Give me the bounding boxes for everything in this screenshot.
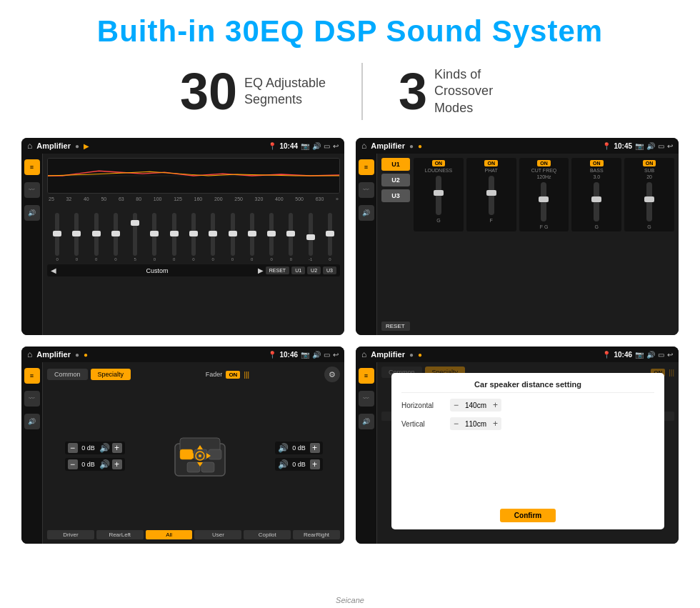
db-plus-tr[interactable]: +	[310, 443, 320, 453]
screens-grid: ⌂ Amplifier ● ▶ 📍 10:44 📷 🔊 ▭ ↩ ≡ 〰 🔊	[21, 138, 679, 544]
db-minus-bl[interactable]: −	[68, 459, 78, 469]
distance-dialog: Car speaker distance setting Horizontal …	[391, 373, 664, 529]
settings-icon[interactable]: ⚙	[324, 367, 340, 382]
screen3-home-icon[interactable]: ⌂	[27, 349, 32, 359]
eq-freq-25: 25	[49, 196, 54, 201]
stat1-label: EQ AdjustableSegments	[244, 75, 326, 109]
db-control-top-left: − 0 dB 🔊 +	[65, 442, 125, 454]
screen2-title: Amplifier	[371, 141, 405, 150]
horizontal-value: 140cm	[461, 402, 490, 409]
copilot-preset-btn[interactable]: Copilot	[244, 530, 291, 539]
sidebar3-wave-icon[interactable]: 〰	[24, 391, 40, 407]
horizontal-plus-btn[interactable]: +	[493, 400, 498, 410]
eq-u2-btn[interactable]: U2	[307, 266, 321, 274]
u2-btn[interactable]: U2	[381, 174, 410, 186]
eq-freq-125: 125	[174, 196, 182, 201]
horizontal-minus-btn[interactable]: −	[454, 400, 459, 410]
eq-curve-display	[47, 158, 340, 194]
screen3-dot2-icon: ●	[84, 351, 88, 359]
u3-btn[interactable]: U3	[381, 189, 410, 202]
pin-icon: 📍	[268, 142, 276, 150]
eq-slider-13: 0	[282, 213, 299, 261]
sidebar4-wave-icon[interactable]: 〰	[359, 391, 374, 407]
crossover-reset-btn[interactable]: RESET	[381, 322, 410, 331]
screen3-statusbar: ⌂ Amplifier ● ● 📍 10:46 📷 🔊 ▭ ↩	[21, 347, 344, 362]
specialty-tab[interactable]: Specialty	[91, 369, 131, 380]
eq-u1-btn[interactable]: U1	[291, 266, 305, 274]
ch-phat-slider[interactable]	[489, 176, 494, 215]
eq-freq-250: 250	[234, 196, 243, 201]
back4-icon[interactable]: ↩	[667, 351, 673, 359]
ch-sub-on[interactable]: ON	[643, 160, 656, 166]
ch-loudness-slider[interactable]	[436, 176, 441, 215]
ch-loudness-on[interactable]: ON	[432, 160, 446, 166]
ch-loudness-g-label: G	[436, 218, 440, 223]
stat1-number: 30	[180, 66, 237, 117]
main-title: Buith-in 30EQ DSP Sound System	[21, 14, 679, 49]
ch-phat-on[interactable]: ON	[484, 160, 498, 166]
fader-on-badge[interactable]: ON	[226, 371, 240, 379]
screen1-home-icon[interactable]: ⌂	[27, 141, 32, 151]
vertical-plus-btn[interactable]: +	[493, 419, 498, 429]
back1-icon[interactable]: ↩	[333, 142, 339, 150]
sidebar4-eq-icon[interactable]: ≡	[359, 368, 374, 384]
ch-cutfreq-slider[interactable]	[541, 182, 546, 221]
horizontal-label: Horizontal	[401, 402, 444, 409]
pin3-icon: 📍	[268, 351, 276, 359]
eq-prev-btn[interactable]: ◀	[51, 266, 56, 274]
screen4-status-icons: 📍 10:46 📷 🔊 ▭ ↩	[602, 351, 673, 359]
user-preset-btn[interactable]: User	[194, 530, 241, 539]
common-tab[interactable]: Common	[47, 369, 88, 380]
eq-u3-btn[interactable]: U3	[323, 266, 336, 274]
volume-icon: 🔊	[312, 142, 321, 150]
ch-bass-on[interactable]: ON	[590, 160, 604, 166]
screen4-title: Amplifier	[371, 350, 405, 359]
eq-curve-svg	[48, 159, 339, 193]
eq-reset-btn[interactable]: RESET	[266, 266, 289, 274]
sidebar-eq-icon[interactable]: ≡	[24, 159, 40, 175]
screen2-home-icon[interactable]: ⌂	[361, 141, 366, 151]
confirm-button[interactable]: Confirm	[500, 509, 556, 522]
db-value-tl: 0 dB	[80, 444, 97, 452]
sidebar3-eq-icon[interactable]: ≡	[24, 368, 40, 384]
sidebar4-vol-icon[interactable]: 🔊	[359, 414, 374, 429]
screen2-status-icons: 📍 10:45 📷 🔊 ▭ ↩	[602, 142, 673, 150]
rearright-preset-btn[interactable]: RearRight	[293, 530, 340, 539]
sidebar2-wave-icon[interactable]: 〰	[359, 182, 374, 198]
vertical-minus-btn[interactable]: −	[454, 419, 459, 429]
screen4-statusbar: ⌂ Amplifier ● ● 📍 10:46 📷 🔊 ▭ ↩	[356, 347, 679, 362]
ch-phat: ON PHAT F	[466, 158, 516, 231]
sidebar-vol-icon[interactable]: 🔊	[24, 205, 40, 221]
sidebar2-vol-icon[interactable]: 🔊	[359, 205, 374, 221]
db-plus-bl[interactable]: +	[112, 459, 122, 469]
speaker-right-col: 🔊 0 dB + 🔊 0 dB +	[275, 442, 323, 471]
back3-icon[interactable]: ↩	[333, 351, 339, 359]
screen4-home-icon[interactable]: ⌂	[361, 349, 366, 359]
driver-preset-btn[interactable]: Driver	[47, 530, 94, 539]
db-plus-br[interactable]: +	[310, 459, 320, 469]
ch-sub-slider[interactable]	[646, 182, 652, 221]
eq-more-icon[interactable]: »	[336, 196, 339, 201]
u1-btn[interactable]: U1	[381, 158, 410, 171]
screen2-sidebar: ≡ 〰 🔊	[356, 154, 377, 335]
fader-slider-icon[interactable]: |||	[244, 371, 249, 379]
screen1-play-icon[interactable]: ▶	[84, 142, 89, 150]
ch-cutfreq-on[interactable]: ON	[537, 160, 551, 166]
back2-icon[interactable]: ↩	[667, 142, 673, 150]
ch-bass-slider[interactable]	[594, 182, 599, 221]
pin2-icon: 📍	[602, 142, 611, 150]
sidebar2-eq-icon[interactable]: ≡	[359, 159, 374, 175]
db-minus-tl[interactable]: −	[68, 443, 78, 453]
rearleft-preset-btn[interactable]: RearLeft	[96, 530, 144, 539]
sidebar-wave-icon[interactable]: 〰	[24, 182, 40, 198]
db-plus-tl[interactable]: +	[112, 443, 122, 453]
sidebar3-vol-icon[interactable]: 🔊	[24, 414, 40, 429]
screen1-statusbar: ⌂ Amplifier ● ▶ 📍 10:44 📷 🔊 ▭ ↩	[21, 138, 344, 154]
all-preset-btn[interactable]: All	[146, 530, 193, 539]
eq-slider-7: 0	[166, 213, 183, 261]
crossover-units: U1 U2 U3 RESET	[381, 158, 410, 331]
stat1: 30 EQ AdjustableSegments	[144, 66, 361, 117]
db-control-bot-left: − 0 dB 🔊 +	[65, 458, 125, 471]
camera3-icon: 📷	[301, 351, 309, 359]
eq-next-btn[interactable]: ▶	[258, 266, 264, 274]
